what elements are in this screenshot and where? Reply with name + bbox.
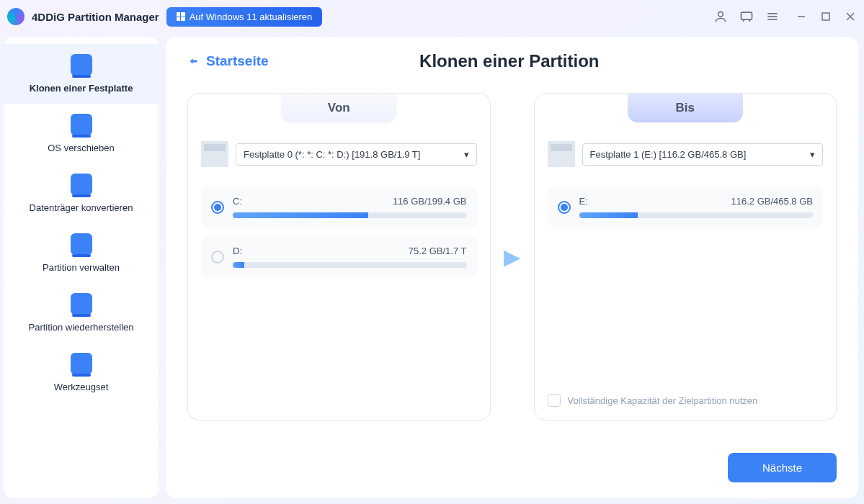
migrate-os-icon [71,114,92,135]
target-card: Bis Festplatte 1 (E:) [116.2 GB/465.8 GB… [534,93,837,420]
windows-icon [177,12,185,21]
convert-disk-icon [71,174,92,195]
arrow-right-icon: ▶ [504,244,520,269]
sidebar-item-recover-partition[interactable]: Partition wiederherstellen [4,283,159,343]
app-logo-icon [7,8,25,25]
sidebar-item-label: Partition wiederherstellen [11,322,151,333]
next-button[interactable]: Nächste [728,453,837,482]
back-arrow-icon [187,55,200,68]
partition-usage: 75.2 GB/1.7 T [409,246,467,256]
disk-icon [201,141,228,167]
chevron-down-icon: ▾ [464,149,469,160]
back-label: Startseite [206,53,269,69]
radio-selected-icon[interactable] [211,201,224,214]
menu-icon[interactable] [765,9,780,24]
source-partition-c[interactable]: C: 116 GB/199.4 GB [201,187,477,227]
partition-drive: D: [233,246,242,256]
clone-disk-icon [71,54,92,76]
sidebar-item-clone-disk[interactable]: Klonen einer Festplatte [4,44,159,104]
sidebar-item-label: Klonen einer Festplatte [11,83,151,94]
feedback-icon[interactable] [739,9,754,24]
sidebar-item-convert-disk[interactable]: Datenträger konvertieren [4,163,159,223]
target-disk-select[interactable]: Festplatte 1 (E:) [116.2 GB/465.8 GB] ▾ [582,143,824,166]
source-disk-select[interactable]: Festplatte 0 (*: *: C: *: D:) [191.8 GB/… [236,143,477,166]
minimize-button[interactable] [795,10,808,23]
svg-point-0 [718,12,723,17]
partition-drive: E: [579,196,588,207]
source-disk-value: Festplatte 0 (*: *: C: *: D:) [191.8 GB/… [244,149,420,160]
sidebar-item-label: Datenträger konvertieren [11,202,151,213]
target-tab-label: Bis [628,94,743,122]
target-partition-e[interactable]: E: 116.2 GB/465.8 GB [548,187,824,227]
app-title: 4DDiG Partition Manager [32,11,159,23]
source-partition-d[interactable]: D: 75.2 GB/1.7 T [201,237,477,276]
sidebar-item-label: Partition verwalten [11,262,151,273]
back-button[interactable]: Startseite [187,53,269,69]
sidebar-item-label: OS verschieben [11,143,151,153]
disk-icon [548,141,575,167]
sidebar: Klonen einer Festplatte OS verschieben D… [4,37,159,498]
source-card: Von Festplatte 0 (*: *: C: *: D:) [191.8… [187,93,491,420]
source-tab-label: Von [281,94,396,122]
manage-partition-icon [71,233,92,255]
recover-partition-icon [71,293,92,315]
partition-drive: C: [233,196,242,207]
toolkit-icon [71,353,92,374]
partition-usage: 116.2 GB/465.8 GB [731,196,813,207]
sidebar-item-migrate-os[interactable]: OS verschieben [4,104,159,163]
upgrade-windows-button[interactable]: Auf Windows 11 aktualisieren [166,7,323,27]
full-capacity-label: Vollständige Kapazität der Zielpartition… [568,395,758,406]
page-title: Klonen einer Partition [269,51,750,71]
main-panel: Startseite Klonen einer Partition Von Fe… [166,37,858,498]
partition-usage: 116 GB/199.4 GB [393,196,467,207]
maximize-button[interactable] [819,10,832,23]
radio-unselected-icon[interactable] [211,251,224,264]
sidebar-item-toolkit[interactable]: Werkzeugset [4,343,159,402]
sidebar-item-label: Werkzeugset [11,382,151,392]
sidebar-item-manage-partition[interactable]: Partition verwalten [4,223,159,283]
target-disk-value: Festplatte 1 (E:) [116.2 GB/465.8 GB] [590,149,747,160]
chevron-down-icon: ▾ [810,149,815,160]
radio-selected-icon[interactable] [558,201,571,214]
usage-bar [233,262,467,268]
upgrade-label: Auf Windows 11 aktualisieren [190,12,313,22]
user-icon[interactable] [713,9,729,24]
close-button[interactable] [844,10,857,23]
full-capacity-checkbox[interactable] [548,394,561,407]
usage-bar [233,212,467,218]
svg-rect-1 [741,12,752,19]
usage-bar [579,212,814,218]
svg-rect-6 [822,13,829,20]
title-bar: 4DDiG Partition Manager Auf Windows 11 a… [0,0,864,33]
